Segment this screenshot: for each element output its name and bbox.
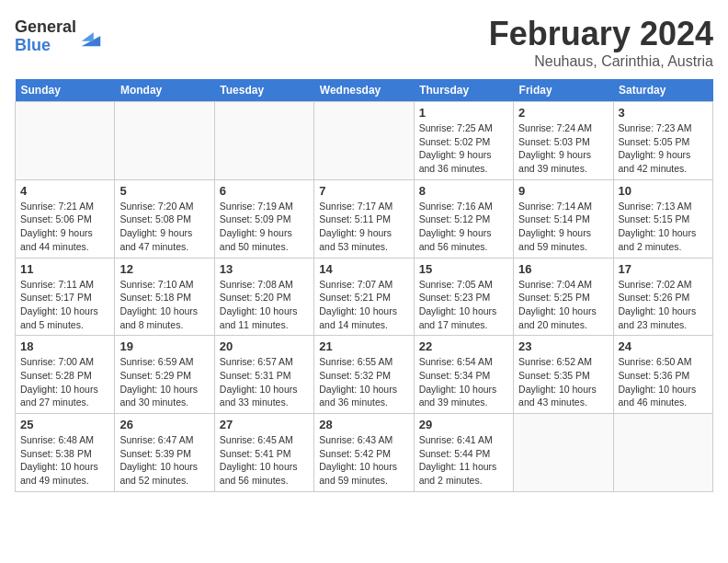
- table-row: 22Sunrise: 6:54 AM Sunset: 5:34 PM Dayli…: [414, 336, 513, 414]
- table-row: 13Sunrise: 7:08 AM Sunset: 5:20 PM Dayli…: [214, 258, 313, 336]
- day-info: Sunrise: 6:41 AM Sunset: 5:44 PM Dayligh…: [419, 433, 508, 488]
- table-row: 18Sunrise: 7:00 AM Sunset: 5:28 PM Dayli…: [16, 336, 115, 414]
- calendar-table: Sunday Monday Tuesday Wednesday Thursday…: [15, 79, 713, 492]
- day-info: Sunrise: 7:11 AM Sunset: 5:17 PM Dayligh…: [20, 278, 109, 332]
- day-info: Sunrise: 7:05 AM Sunset: 5:23 PM Dayligh…: [419, 278, 508, 332]
- day-info: Sunrise: 7:20 AM Sunset: 5:08 PM Dayligh…: [119, 200, 209, 254]
- day-number: 8: [419, 184, 508, 198]
- header: General Blue February 2024 Neuhaus, Cari…: [15, 15, 713, 70]
- calendar-week-row: 18Sunrise: 7:00 AM Sunset: 5:28 PM Dayli…: [16, 336, 713, 414]
- day-info: Sunrise: 7:10 AM Sunset: 5:18 PM Dayligh…: [119, 278, 209, 332]
- calendar-week-row: 11Sunrise: 7:11 AM Sunset: 5:17 PM Dayli…: [16, 258, 713, 336]
- day-number: 14: [319, 262, 408, 276]
- table-row: [214, 102, 313, 180]
- day-number: 6: [220, 184, 309, 198]
- calendar-week-row: 25Sunrise: 6:48 AM Sunset: 5:38 PM Dayli…: [16, 414, 713, 492]
- header-friday: Friday: [514, 79, 613, 102]
- day-info: Sunrise: 7:02 AM Sunset: 5:26 PM Dayligh…: [619, 278, 708, 332]
- calendar-title: February 2024: [489, 15, 713, 53]
- logo-general-text: General: [15, 18, 76, 37]
- calendar-week-row: 4Sunrise: 7:21 AM Sunset: 5:06 PM Daylig…: [16, 179, 713, 258]
- table-row: 20Sunrise: 6:57 AM Sunset: 5:31 PM Dayli…: [214, 336, 313, 414]
- table-row: 15Sunrise: 7:05 AM Sunset: 5:23 PM Dayli…: [414, 258, 513, 336]
- table-row: 12Sunrise: 7:10 AM Sunset: 5:18 PM Dayli…: [115, 258, 214, 336]
- table-row: 9Sunrise: 7:14 AM Sunset: 5:14 PM Daylig…: [514, 179, 613, 258]
- day-number: 4: [20, 184, 109, 198]
- table-row: [16, 102, 115, 180]
- table-row: 27Sunrise: 6:45 AM Sunset: 5:41 PM Dayli…: [214, 414, 313, 492]
- table-row: 1Sunrise: 7:25 AM Sunset: 5:02 PM Daylig…: [414, 102, 513, 180]
- table-row: [314, 102, 414, 180]
- table-row: 2Sunrise: 7:24 AM Sunset: 5:03 PM Daylig…: [514, 102, 613, 180]
- day-info: Sunrise: 7:00 AM Sunset: 5:28 PM Dayligh…: [20, 355, 109, 409]
- title-area: February 2024 Neuhaus, Carinthia, Austri…: [489, 15, 713, 70]
- table-row: 10Sunrise: 7:13 AM Sunset: 5:15 PM Dayli…: [613, 179, 712, 258]
- table-row: 17Sunrise: 7:02 AM Sunset: 5:26 PM Dayli…: [613, 258, 712, 336]
- day-number: 25: [20, 418, 109, 431]
- day-info: Sunrise: 7:07 AM Sunset: 5:21 PM Dayligh…: [319, 278, 408, 332]
- day-number: 29: [419, 418, 508, 431]
- table-row: 21Sunrise: 6:55 AM Sunset: 5:32 PM Dayli…: [314, 336, 414, 414]
- day-info: Sunrise: 6:52 AM Sunset: 5:35 PM Dayligh…: [518, 355, 608, 409]
- day-number: 23: [518, 339, 608, 353]
- table-row: 28Sunrise: 6:43 AM Sunset: 5:42 PM Dayli…: [314, 414, 414, 492]
- day-info: Sunrise: 7:19 AM Sunset: 5:09 PM Dayligh…: [220, 200, 309, 254]
- table-row: 5Sunrise: 7:20 AM Sunset: 5:08 PM Daylig…: [115, 179, 214, 258]
- day-number: 10: [619, 184, 708, 198]
- table-row: 4Sunrise: 7:21 AM Sunset: 5:06 PM Daylig…: [16, 179, 115, 258]
- table-row: [613, 414, 712, 492]
- table-row: 6Sunrise: 7:19 AM Sunset: 5:09 PM Daylig…: [214, 179, 313, 258]
- day-info: Sunrise: 6:47 AM Sunset: 5:39 PM Dayligh…: [119, 433, 209, 488]
- day-number: 11: [20, 262, 109, 276]
- calendar-location: Neuhaus, Carinthia, Austria: [489, 53, 713, 70]
- table-row: 23Sunrise: 6:52 AM Sunset: 5:35 PM Dayli…: [514, 336, 613, 414]
- logo: General Blue: [15, 18, 104, 55]
- day-info: Sunrise: 7:04 AM Sunset: 5:25 PM Dayligh…: [518, 278, 608, 332]
- day-info: Sunrise: 7:25 AM Sunset: 5:02 PM Dayligh…: [419, 121, 508, 176]
- day-number: 24: [619, 339, 708, 353]
- day-number: 19: [119, 339, 209, 353]
- day-info: Sunrise: 7:08 AM Sunset: 5:20 PM Dayligh…: [220, 278, 309, 332]
- day-number: 12: [119, 262, 209, 276]
- day-info: Sunrise: 6:54 AM Sunset: 5:34 PM Dayligh…: [419, 355, 508, 409]
- table-row: 19Sunrise: 6:59 AM Sunset: 5:29 PM Dayli…: [115, 336, 214, 414]
- day-number: 7: [319, 184, 408, 198]
- table-row: 8Sunrise: 7:16 AM Sunset: 5:12 PM Daylig…: [414, 179, 513, 258]
- table-row: [514, 414, 613, 492]
- calendar-week-row: 1Sunrise: 7:25 AM Sunset: 5:02 PM Daylig…: [16, 102, 713, 180]
- day-number: 9: [518, 184, 608, 198]
- day-number: 17: [619, 262, 708, 276]
- table-row: 16Sunrise: 7:04 AM Sunset: 5:25 PM Dayli…: [514, 258, 613, 336]
- day-info: Sunrise: 7:14 AM Sunset: 5:14 PM Dayligh…: [518, 200, 608, 254]
- day-number: 21: [319, 339, 408, 353]
- day-info: Sunrise: 6:59 AM Sunset: 5:29 PM Dayligh…: [119, 355, 209, 409]
- day-info: Sunrise: 7:16 AM Sunset: 5:12 PM Dayligh…: [419, 200, 508, 254]
- day-info: Sunrise: 7:17 AM Sunset: 5:11 PM Dayligh…: [319, 200, 408, 254]
- day-info: Sunrise: 7:24 AM Sunset: 5:03 PM Dayligh…: [518, 121, 608, 176]
- day-number: 16: [518, 262, 608, 276]
- day-number: 20: [220, 339, 309, 353]
- header-thursday: Thursday: [414, 79, 513, 102]
- table-row: 26Sunrise: 6:47 AM Sunset: 5:39 PM Dayli…: [115, 414, 214, 492]
- header-sunday: Sunday: [16, 79, 115, 102]
- logo-blue-text: Blue: [15, 37, 76, 55]
- weekday-header-row: Sunday Monday Tuesday Wednesday Thursday…: [16, 79, 713, 102]
- day-info: Sunrise: 6:57 AM Sunset: 5:31 PM Dayligh…: [220, 355, 309, 409]
- table-row: 7Sunrise: 7:17 AM Sunset: 5:11 PM Daylig…: [314, 179, 414, 258]
- day-number: 27: [220, 418, 309, 431]
- day-info: Sunrise: 7:23 AM Sunset: 5:05 PM Dayligh…: [619, 121, 708, 176]
- day-number: 2: [518, 106, 608, 120]
- day-number: 26: [119, 418, 209, 431]
- header-wednesday: Wednesday: [314, 79, 414, 102]
- day-number: 15: [419, 262, 508, 276]
- header-monday: Monday: [115, 79, 214, 102]
- day-info: Sunrise: 6:45 AM Sunset: 5:41 PM Dayligh…: [220, 433, 309, 488]
- day-number: 1: [419, 106, 508, 120]
- day-number: 28: [319, 418, 408, 431]
- day-info: Sunrise: 6:55 AM Sunset: 5:32 PM Dayligh…: [319, 355, 408, 409]
- day-info: Sunrise: 6:43 AM Sunset: 5:42 PM Dayligh…: [319, 433, 408, 488]
- day-number: 22: [419, 339, 508, 353]
- logo-icon: [78, 24, 104, 50]
- day-info: Sunrise: 7:21 AM Sunset: 5:06 PM Dayligh…: [20, 200, 109, 254]
- table-row: 14Sunrise: 7:07 AM Sunset: 5:21 PM Dayli…: [314, 258, 414, 336]
